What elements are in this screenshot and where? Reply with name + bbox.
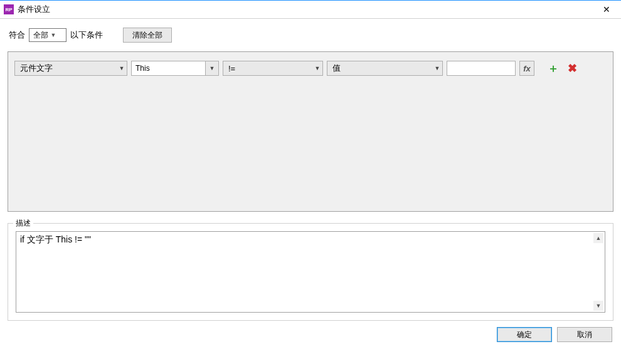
value-type-value: 值 (327, 63, 432, 74)
match-label: 符合 (9, 29, 25, 41)
titlebar: RP 条件设立 ✕ (0, 0, 621, 19)
cancel-button[interactable]: 取消 (557, 327, 612, 342)
description-fieldset: 描述 if 文字于 This != "" ▲ ▼ (8, 223, 613, 321)
operator-value: != (223, 64, 312, 73)
x-icon: ✖ (568, 61, 577, 75)
operator-dropdown[interactable]: != ▼ (223, 61, 323, 76)
plus-icon: ＋ (548, 61, 559, 76)
clear-all-label: 清除全部 (132, 30, 162, 41)
dialog-footer: 确定 取消 (0, 321, 621, 342)
match-suffix-label: 以下条件 (70, 29, 103, 41)
match-mode-value: 全部 (33, 30, 48, 41)
window-title: 条件设立 (18, 4, 50, 15)
chevron-down-icon: ▼ (48, 32, 58, 38)
chevron-down-icon: ▼ (312, 65, 322, 71)
caret-up-icon: ▲ (596, 235, 602, 241)
app-icon: RP (4, 4, 14, 14)
conditions-panel: 元件文字 ▼ This ▼ != ▼ 值 ▼ fx ＋ ✖ (8, 51, 613, 212)
condition-type-value: 元件文字 (15, 63, 117, 74)
add-condition-button[interactable]: ＋ (546, 61, 561, 76)
ok-label: 确定 (517, 330, 532, 340)
scroll-down-button[interactable]: ▼ (593, 301, 603, 311)
clear-all-button[interactable]: 清除全部 (123, 28, 172, 43)
cancel-label: 取消 (577, 330, 592, 340)
chevron-down-icon: ▼ (432, 65, 442, 71)
remove-condition-button[interactable]: ✖ (565, 61, 580, 76)
condition-type-dropdown[interactable]: 元件文字 ▼ (14, 61, 127, 76)
match-mode-combo[interactable]: 全部 ▼ (29, 28, 66, 42)
chevron-down-icon: ▼ (205, 61, 219, 76)
scroll-up-button[interactable]: ▲ (593, 233, 603, 243)
close-button[interactable]: ✕ (592, 1, 621, 19)
caret-down-icon: ▼ (596, 303, 602, 309)
ok-button[interactable]: 确定 (497, 327, 552, 342)
close-icon: ✕ (603, 4, 610, 14)
target-widget-combo[interactable]: This ▼ (131, 61, 219, 76)
description-textarea[interactable]: if 文字于 This != "" ▲ ▼ (16, 231, 605, 313)
match-bar: 符合 全部 ▼ 以下条件 清除全部 (0, 19, 621, 48)
value-type-dropdown[interactable]: 值 ▼ (327, 61, 443, 76)
condition-row: 元件文字 ▼ This ▼ != ▼ 值 ▼ fx ＋ ✖ (14, 61, 607, 76)
chevron-down-icon: ▼ (117, 65, 127, 71)
fx-button[interactable]: fx (519, 61, 534, 76)
target-widget-value: This (135, 64, 150, 73)
value-input[interactable] (447, 61, 516, 76)
fx-label: fx (523, 64, 531, 73)
description-legend: 描述 (13, 218, 33, 229)
description-text: if 文字于 This != "" (20, 234, 91, 244)
